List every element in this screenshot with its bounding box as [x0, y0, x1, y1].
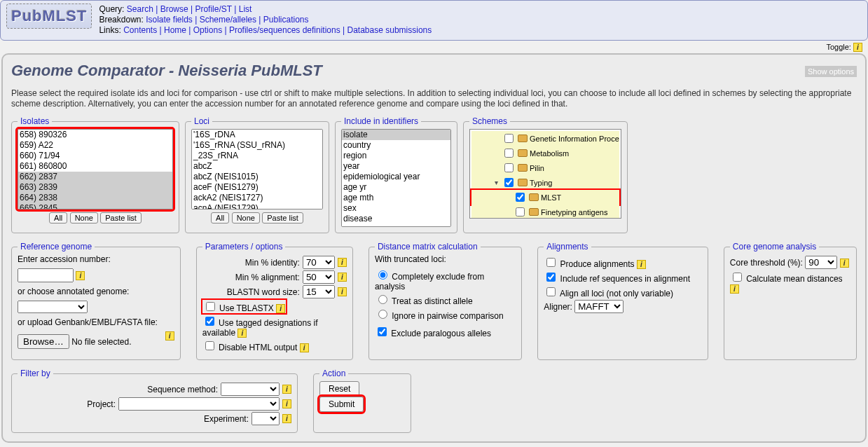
- core-threshold-info-icon[interactable]: i: [840, 259, 849, 268]
- loci-paste-button[interactable]: Paste list: [262, 212, 303, 224]
- isolate-option[interactable]: 664) 2838: [18, 193, 172, 203]
- loci-all-button[interactable]: All: [211, 212, 229, 224]
- min-identity-select[interactable]: 70: [303, 256, 335, 269]
- scheme-node-genetic-information-proce[interactable]: Genetic Information Proce: [471, 131, 619, 146]
- project-select[interactable]: [118, 397, 280, 411]
- query-link-list[interactable]: List: [239, 4, 252, 14]
- min-identity-info-icon[interactable]: i: [338, 258, 347, 267]
- locus-option[interactable]: ackA2 (NEIS1727): [192, 193, 322, 203]
- identifier-option[interactable]: disease: [342, 214, 450, 224]
- identifier-option[interactable]: source: [342, 224, 450, 227]
- query-link-browse[interactable]: Browse: [160, 4, 188, 14]
- scheme-node-metabolism[interactable]: Metabolism: [471, 146, 619, 160]
- reset-button[interactable]: Reset: [319, 381, 359, 397]
- locus-option[interactable]: _23S_rRNA: [192, 151, 322, 161]
- tblastx-info-icon[interactable]: i: [276, 304, 285, 313]
- scheme-checkbox[interactable]: [516, 193, 525, 202]
- link-profiles-sequences-definitions[interactable]: Profiles/sequences definitions: [229, 25, 340, 35]
- link-home[interactable]: Home: [164, 25, 186, 35]
- breakdown-link-publications[interactable]: Publications: [263, 15, 309, 25]
- isolates-none-button[interactable]: None: [70, 212, 98, 224]
- scheme-node-finetyping-antigens[interactable]: Finetyping antigens: [471, 205, 619, 219]
- locus-option[interactable]: abcZ (NEIS1015): [192, 172, 322, 182]
- query-link-search[interactable]: Search: [127, 4, 153, 14]
- truncated-ignore-radio[interactable]: [378, 310, 387, 319]
- include-ref-checkbox[interactable]: [546, 273, 556, 282]
- scheme-node-typing[interactable]: ▾Typing: [471, 175, 619, 190]
- show-options-button[interactable]: Show options: [805, 66, 857, 77]
- link-database-submissions[interactable]: Database submissions: [347, 25, 432, 35]
- locus-option[interactable]: '16S_rRNA (SSU_rRNA): [192, 140, 322, 151]
- scheme-checkbox[interactable]: [504, 178, 514, 187]
- identifier-option[interactable]: isolate: [342, 130, 450, 140]
- experiment-select[interactable]: [252, 412, 280, 425]
- accession-info-icon[interactable]: i: [76, 271, 85, 280]
- breakdown-link-scheme-alleles[interactable]: Scheme/alleles: [200, 15, 256, 25]
- scheme-node-mlst[interactable]: MLST: [471, 190, 619, 205]
- disable-html-info-icon[interactable]: i: [300, 343, 309, 352]
- blastn-select[interactable]: 15: [303, 285, 335, 298]
- identifier-option[interactable]: age mth: [342, 193, 450, 203]
- truncated-distinct-radio[interactable]: [378, 295, 387, 304]
- truncated-exclude-radio[interactable]: [378, 270, 387, 280]
- schemes-tree[interactable]: Genetic Information ProceMetabolismPilin…: [469, 129, 621, 219]
- identifier-option[interactable]: sex: [342, 203, 450, 214]
- link-contents[interactable]: Contents: [123, 25, 157, 35]
- browse-button[interactable]: Browse…: [18, 334, 69, 349]
- identifier-option[interactable]: epidemiological year: [342, 172, 450, 182]
- seq-method-info-icon[interactable]: i: [282, 385, 291, 394]
- scheme-checkbox[interactable]: [516, 207, 525, 216]
- isolate-option[interactable]: 665) 2845: [18, 203, 172, 209]
- isolates-all-button[interactable]: All: [49, 212, 67, 224]
- isolate-option[interactable]: 660) 71/94: [18, 151, 172, 161]
- isolate-option[interactable]: 661) 860800: [18, 161, 172, 172]
- disable-html-checkbox[interactable]: [205, 341, 214, 350]
- isolate-option[interactable]: 662) 2837: [18, 172, 172, 182]
- experiment-info-icon[interactable]: i: [282, 414, 291, 423]
- isolate-option[interactable]: 663) 2839: [18, 182, 172, 193]
- blastn-info-icon[interactable]: i: [338, 287, 347, 296]
- use-tblastx-checkbox[interactable]: [206, 302, 215, 311]
- scheme-node-pilin[interactable]: Pilin: [471, 160, 619, 175]
- scheme-checkbox[interactable]: [504, 149, 514, 158]
- locus-option[interactable]: abcZ: [192, 161, 322, 172]
- identifier-option[interactable]: country: [342, 140, 450, 151]
- submit-button[interactable]: Submit: [319, 397, 364, 412]
- isolates-paste-button[interactable]: Paste list: [100, 212, 142, 224]
- identifier-option[interactable]: year: [342, 161, 450, 172]
- align-all-checkbox[interactable]: [546, 287, 556, 296]
- use-tagged-info-icon[interactable]: i: [237, 329, 247, 338]
- core-threshold-select[interactable]: 90: [805, 256, 837, 269]
- loci-none-button[interactable]: None: [232, 212, 260, 224]
- exclude-paralogous-checkbox[interactable]: [378, 327, 387, 336]
- query-link-profile-st[interactable]: Profile/ST: [195, 4, 231, 14]
- accession-input[interactable]: [18, 268, 74, 282]
- aligner-select[interactable]: MAFFT: [574, 300, 624, 313]
- min-alignment-select[interactable]: 50: [303, 270, 335, 284]
- use-tagged-checkbox[interactable]: [205, 317, 214, 326]
- produce-alignments-info-icon[interactable]: i: [637, 260, 646, 269]
- isolate-option[interactable]: 658) 890326: [18, 130, 172, 140]
- isolates-listbox[interactable]: 658) 890326659) A22660) 71/94661) 860800…: [18, 129, 173, 209]
- identifier-option[interactable]: age yr: [342, 182, 450, 193]
- seq-method-select[interactable]: [221, 383, 280, 396]
- locus-option[interactable]: '16S_rDNA: [192, 130, 322, 140]
- isolate-option[interactable]: 659) A22: [18, 140, 172, 151]
- identifier-option[interactable]: region: [342, 151, 450, 161]
- loci-listbox[interactable]: '16S_rDNA'16S_rRNA (SSU_rRNA)_23S_rRNAab…: [191, 129, 323, 209]
- identifiers-listbox[interactable]: isolatecountryregionyearepidemiological …: [341, 129, 451, 227]
- scheme-checkbox[interactable]: [504, 163, 514, 172]
- calc-mean-info-icon[interactable]: i: [730, 284, 739, 294]
- locus-option[interactable]: aceF (NEIS1279): [192, 182, 322, 193]
- locus-option[interactable]: acnA (NEIS1729): [192, 203, 322, 209]
- toggle-info-icon[interactable]: i: [853, 43, 862, 52]
- breakdown-link-isolate-fields[interactable]: Isolate fields: [146, 15, 193, 25]
- upload-info-icon[interactable]: i: [165, 331, 174, 341]
- project-info-icon[interactable]: i: [282, 399, 291, 408]
- calc-mean-checkbox[interactable]: [733, 273, 742, 282]
- min-alignment-info-icon[interactable]: i: [338, 273, 347, 282]
- produce-alignments-checkbox[interactable]: [546, 258, 556, 267]
- link-options[interactable]: Options: [193, 25, 222, 35]
- annotated-genome-select[interactable]: [18, 301, 88, 313]
- scheme-checkbox[interactable]: [504, 134, 514, 143]
